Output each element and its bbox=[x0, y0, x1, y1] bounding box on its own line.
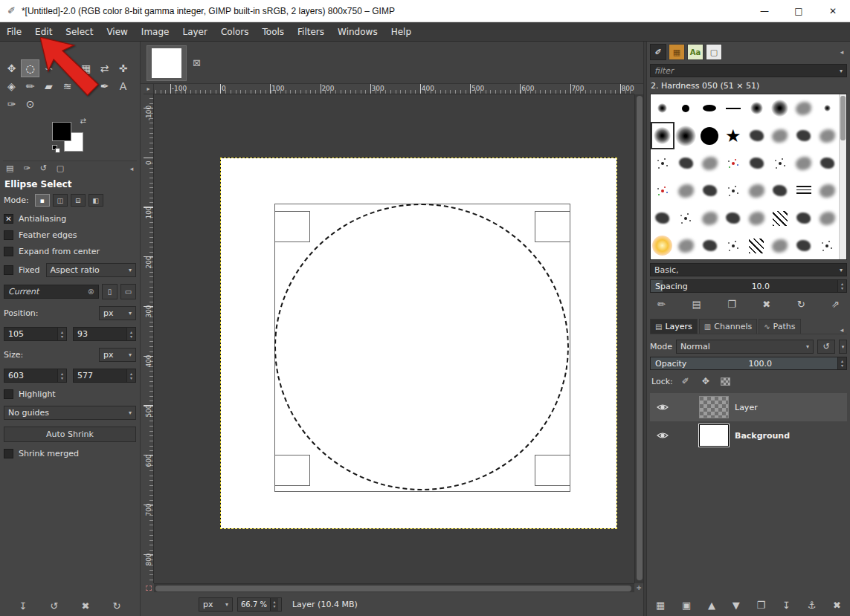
paintbrush-tool[interactable]: ✏ bbox=[21, 77, 39, 95]
restore-tool-options[interactable]: ↺ bbox=[46, 598, 62, 613]
brush-cell[interactable] bbox=[745, 177, 769, 204]
feather-edges-checkbox[interactable] bbox=[4, 230, 13, 240]
size-unit-dropdown[interactable]: px ▾ bbox=[99, 348, 136, 362]
zoom-control[interactable]: 66.7 % ▴▾ bbox=[237, 597, 282, 612]
lock-alpha[interactable] bbox=[718, 375, 733, 388]
move-tool[interactable]: ✥ bbox=[2, 59, 21, 77]
auto-shrink-button[interactable]: Auto Shrink bbox=[4, 427, 136, 442]
brush-cell[interactable] bbox=[721, 232, 745, 259]
brush-cell[interactable] bbox=[815, 122, 839, 149]
device-status-tab[interactable]: ✑ bbox=[23, 163, 30, 173]
undo-history-tab[interactable]: ↺ bbox=[40, 163, 47, 173]
fixed-mode-dropdown[interactable]: Aspect ratio ▾ bbox=[46, 263, 136, 277]
brush-cell[interactable] bbox=[815, 204, 839, 232]
brush-cell[interactable] bbox=[674, 149, 698, 177]
menu-tools[interactable]: Tools bbox=[256, 22, 292, 41]
size-width-spinner[interactable]: 603 ▴▾ bbox=[4, 369, 67, 383]
brush-cell[interactable] bbox=[698, 232, 721, 259]
brush-cell[interactable] bbox=[721, 177, 745, 204]
brush-cell[interactable] bbox=[721, 149, 745, 177]
layer-row[interactable]: Background bbox=[650, 421, 847, 450]
brush-cell[interactable] bbox=[792, 94, 816, 122]
brush-cell[interactable]: ★ bbox=[721, 122, 745, 149]
brush-grid-scrollbar-thumb[interactable] bbox=[840, 96, 846, 140]
brush-cell[interactable] bbox=[745, 122, 769, 149]
image-tab-close-icon[interactable]: ⊠ bbox=[193, 57, 201, 68]
lock-position[interactable]: ✥ bbox=[698, 375, 713, 388]
brush-cell[interactable] bbox=[651, 177, 674, 204]
spinner-arrows-icon[interactable]: ▴▾ bbox=[57, 328, 66, 340]
brush-cell[interactable] bbox=[815, 232, 839, 259]
brush-cell[interactable] bbox=[721, 204, 745, 232]
zoom-spinner-icon[interactable]: ▴▾ bbox=[270, 598, 278, 611]
mode-switch-caret[interactable]: ▾ bbox=[839, 340, 847, 354]
brush-cell[interactable] bbox=[745, 94, 769, 122]
shrink-merged-option[interactable]: Shrink merged bbox=[4, 449, 136, 458]
color-selector[interactable]: ⇄ bbox=[52, 119, 88, 153]
guides-dropdown[interactable]: No guides ▾ bbox=[4, 406, 136, 420]
brush-cell[interactable] bbox=[792, 232, 816, 259]
maximize-button[interactable]: □ bbox=[782, 0, 816, 22]
dock-menu-arrow[interactable]: ◂ bbox=[126, 165, 137, 172]
ellipse-select-tool[interactable]: ◌ bbox=[21, 59, 39, 77]
brush-cell[interactable] bbox=[792, 122, 816, 149]
visibility-eye-icon[interactable] bbox=[656, 431, 669, 440]
brush-cell[interactable] bbox=[721, 94, 745, 122]
add-selection[interactable]: ◫ bbox=[53, 194, 68, 207]
channels-tab[interactable]: ▥Channels bbox=[699, 319, 757, 334]
vertical-scrollbar-thumb[interactable] bbox=[637, 96, 643, 580]
paths-tab[interactable]: ∿Paths bbox=[759, 319, 800, 334]
anchor-layer[interactable]: ⚓ bbox=[808, 600, 817, 611]
menu-layer[interactable]: Layer bbox=[176, 22, 213, 41]
horizontal-scrollbar-thumb[interactable] bbox=[155, 586, 631, 591]
size-height-spinner[interactable]: 577 ▴▾ bbox=[73, 369, 136, 383]
fonts-tab[interactable]: Aa bbox=[687, 44, 703, 60]
subtract-selection[interactable]: ⊟ bbox=[71, 194, 86, 207]
brush-grid-scrollbar[interactable] bbox=[839, 94, 846, 259]
layer-name[interactable]: Background bbox=[735, 431, 790, 441]
brush-cell[interactable] bbox=[651, 232, 674, 259]
dock-menu-arrow[interactable]: ◂ bbox=[837, 48, 847, 56]
lower-layer[interactable]: ▼ bbox=[733, 600, 740, 611]
layers-tab[interactable]: ▤Layers bbox=[650, 319, 698, 334]
clear-icon[interactable]: ⊗ bbox=[88, 287, 94, 296]
brush-cell[interactable] bbox=[768, 177, 792, 204]
layer-name[interactable]: Layer bbox=[735, 403, 758, 412]
minimize-button[interactable]: — bbox=[747, 0, 782, 22]
brush-cell[interactable] bbox=[792, 177, 816, 204]
brush-cell[interactable] bbox=[768, 232, 792, 259]
brush-cell[interactable] bbox=[698, 94, 721, 122]
brush-cell[interactable] bbox=[698, 122, 721, 149]
brush-cell[interactable] bbox=[698, 204, 721, 232]
duplicate-brush[interactable]: ❐ bbox=[727, 299, 736, 310]
layer-thumbnail[interactable] bbox=[699, 396, 729, 418]
brush-cell[interactable] bbox=[792, 204, 816, 232]
brush-cell[interactable] bbox=[768, 149, 792, 177]
brush-tag-filter[interactable]: Basic, ▾ bbox=[650, 263, 847, 276]
delete-layer[interactable]: ✖ bbox=[833, 600, 841, 611]
delete-brush[interactable]: ✖ bbox=[762, 299, 770, 310]
shrink-merged-checkbox[interactable] bbox=[4, 449, 13, 458]
brushes-tab[interactable]: ✐ bbox=[650, 44, 666, 60]
merge-down[interactable]: ↧ bbox=[782, 600, 791, 611]
save-tool-options[interactable]: ↧ bbox=[15, 598, 31, 613]
position-y-spinner[interactable]: 93 ▴▾ bbox=[73, 327, 136, 341]
foreground-color-swatch[interactable] bbox=[52, 122, 71, 141]
brush-cell[interactable] bbox=[815, 177, 839, 204]
new-layer[interactable]: ▦ bbox=[656, 600, 665, 611]
brush-cell[interactable] bbox=[651, 122, 674, 149]
replace-selection[interactable]: ▪ bbox=[35, 194, 50, 207]
menu-colors[interactable]: Colors bbox=[214, 22, 256, 41]
brush-cell[interactable] bbox=[651, 149, 674, 177]
raise-layer[interactable]: ▲ bbox=[708, 600, 715, 611]
brush-cell[interactable] bbox=[698, 177, 721, 204]
default-colors-icon[interactable] bbox=[52, 145, 62, 155]
edit-brush[interactable]: ✏ bbox=[657, 299, 666, 310]
canvas-viewport[interactable] bbox=[154, 94, 634, 583]
quick-mask-toggle[interactable] bbox=[144, 583, 154, 592]
brush-cell[interactable] bbox=[815, 149, 839, 177]
landscape-button[interactable]: ▭ bbox=[120, 284, 136, 299]
spinner-arrows-icon[interactable]: ▴▾ bbox=[837, 357, 846, 369]
spinner-arrows-icon[interactable]: ▴▾ bbox=[126, 328, 135, 340]
horizontal-scrollbar[interactable] bbox=[154, 583, 634, 592]
